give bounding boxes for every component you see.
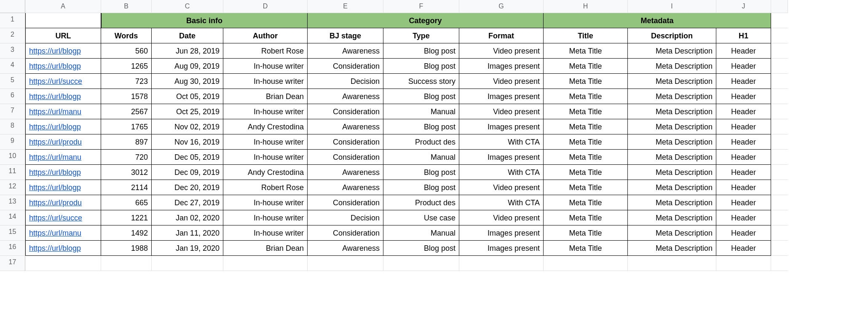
cell-title-row12[interactable]: Meta Title [544, 180, 628, 195]
cell-bjstage-row8[interactable]: Awareness [308, 119, 383, 134]
row12-tail[interactable] [771, 180, 788, 195]
cell-type-row7[interactable]: Manual [383, 104, 459, 119]
cell-bjstage-row10[interactable]: Consideration [308, 150, 383, 165]
cell-type-row8[interactable]: Blog post [383, 119, 459, 134]
row-header-15[interactable]: 15 [0, 225, 25, 241]
url-link[interactable]: https://url/succe [29, 214, 82, 222]
row7-tail[interactable] [771, 104, 788, 119]
cell-words-row7[interactable]: 2567 [101, 104, 152, 119]
cell-format-row14[interactable]: Video present [459, 210, 544, 225]
cell-url-row5[interactable]: https://url/succe [25, 74, 101, 89]
cell-format-row8[interactable]: Images present [459, 119, 544, 134]
cell-date-row4[interactable]: Aug 09, 2019 [152, 59, 223, 74]
cell-words-row4[interactable]: 1265 [101, 59, 152, 74]
cell-bjstage-row6[interactable]: Awareness [308, 89, 383, 104]
row11-tail[interactable] [771, 165, 788, 180]
row5-tail[interactable] [771, 74, 788, 89]
row-header-9[interactable]: 9 [0, 134, 25, 150]
cell-words-row14[interactable]: 1221 [101, 210, 152, 225]
cell-h1-row12[interactable]: Header [716, 180, 771, 195]
row-header-17[interactable]: 17 [0, 256, 25, 271]
row-header-4[interactable]: 4 [0, 59, 25, 74]
cell-author-row6[interactable]: Brian Dean [223, 89, 308, 104]
cell-format-row7[interactable]: Video present [459, 104, 544, 119]
cell-desc-row3[interactable]: Meta Description [628, 43, 716, 59]
cell-author-row15[interactable]: In-house writer [223, 225, 308, 241]
cell-title-row5[interactable]: Meta Title [544, 74, 628, 89]
cell-url-row8[interactable]: https://url/blogp [25, 119, 101, 134]
row8-tail[interactable] [771, 119, 788, 134]
row-header-14[interactable]: 14 [0, 210, 25, 225]
row3-tail[interactable] [771, 43, 788, 59]
header-author[interactable]: Author [223, 28, 308, 43]
row-header-11[interactable]: 11 [0, 165, 25, 180]
cell-desc-row5[interactable]: Meta Description [628, 74, 716, 89]
cell-url-row15[interactable]: https://url/manu [25, 225, 101, 241]
url-link[interactable]: https://url/manu [29, 229, 81, 237]
empty-cell-row17-8[interactable] [628, 256, 716, 271]
cell-h1-row7[interactable]: Header [716, 104, 771, 119]
cell-type-row15[interactable]: Manual [383, 225, 459, 241]
header-words[interactable]: Words [101, 28, 152, 43]
col-header-d[interactable]: D [223, 0, 308, 13]
url-link[interactable]: https://url/blogp [29, 92, 81, 101]
cell-type-row10[interactable]: Manual [383, 150, 459, 165]
col-header-c[interactable]: C [152, 0, 223, 13]
row-header-12[interactable]: 12 [0, 180, 25, 195]
cell-type-row13[interactable]: Product des [383, 195, 459, 210]
cell-bjstage-row4[interactable]: Consideration [308, 59, 383, 74]
row2-tail[interactable] [771, 28, 788, 43]
row1-tail[interactable] [771, 13, 788, 28]
empty-cell-row17-7[interactable] [544, 256, 628, 271]
cell-words-row9[interactable]: 897 [101, 134, 152, 150]
cell-url-row7[interactable]: https://url/manu [25, 104, 101, 119]
url-link[interactable]: https://url/blogp [29, 168, 81, 177]
row4-tail[interactable] [771, 59, 788, 74]
cell-format-row12[interactable]: Video present [459, 180, 544, 195]
row10-tail[interactable] [771, 150, 788, 165]
cell-bjstage-row13[interactable]: Consideration [308, 195, 383, 210]
cell-h1-row16[interactable]: Header [716, 241, 771, 256]
col-header-j[interactable]: J [716, 0, 771, 13]
cell-author-row16[interactable]: Brian Dean [223, 241, 308, 256]
cell-bjstage-row12[interactable]: Awareness [308, 180, 383, 195]
row16-tail[interactable] [771, 241, 788, 256]
cell-url-row9[interactable]: https://url/produ [25, 134, 101, 150]
cell-bjstage-row15[interactable]: Consideration [308, 225, 383, 241]
cell-bjstage-row11[interactable]: Awareness [308, 165, 383, 180]
cell-words-row11[interactable]: 3012 [101, 165, 152, 180]
col-header-f[interactable]: F [383, 0, 459, 13]
cell-a1[interactable] [25, 13, 101, 28]
col-header-b[interactable]: B [101, 0, 152, 13]
cell-desc-row13[interactable]: Meta Description [628, 195, 716, 210]
cell-date-row3[interactable]: Jun 28, 2019 [152, 43, 223, 59]
cell-desc-row10[interactable]: Meta Description [628, 150, 716, 165]
cell-author-row3[interactable]: Robert Rose [223, 43, 308, 59]
cell-type-row4[interactable]: Blog post [383, 59, 459, 74]
cell-author-row13[interactable]: In-house writer [223, 195, 308, 210]
header-bj_stage[interactable]: BJ stage [308, 28, 383, 43]
row15-tail[interactable] [771, 225, 788, 241]
cell-desc-row4[interactable]: Meta Description [628, 59, 716, 74]
cell-date-row16[interactable]: Jan 19, 2020 [152, 241, 223, 256]
corner-cell[interactable] [0, 0, 25, 13]
cell-words-row12[interactable]: 2114 [101, 180, 152, 195]
cell-title-row6[interactable]: Meta Title [544, 89, 628, 104]
cell-words-row8[interactable]: 1765 [101, 119, 152, 134]
col-header-a[interactable]: A [25, 0, 101, 13]
cell-author-row12[interactable]: Robert Rose [223, 180, 308, 195]
header-title[interactable]: Title [544, 28, 628, 43]
empty-cell-row17-2[interactable] [152, 256, 223, 271]
cell-date-row12[interactable]: Dec 20, 2019 [152, 180, 223, 195]
row-header-13[interactable]: 13 [0, 195, 25, 210]
empty-cell-row17-1[interactable] [101, 256, 152, 271]
cell-h1-row5[interactable]: Header [716, 74, 771, 89]
cell-date-row9[interactable]: Nov 16, 2019 [152, 134, 223, 150]
cell-date-row6[interactable]: Oct 05, 2019 [152, 89, 223, 104]
empty-cell-row17-9[interactable] [716, 256, 771, 271]
cell-title-row14[interactable]: Meta Title [544, 210, 628, 225]
cell-author-row8[interactable]: Andy Crestodina [223, 119, 308, 134]
row9-tail[interactable] [771, 134, 788, 150]
row14-tail[interactable] [771, 210, 788, 225]
cell-bjstage-row3[interactable]: Awareness [308, 43, 383, 59]
